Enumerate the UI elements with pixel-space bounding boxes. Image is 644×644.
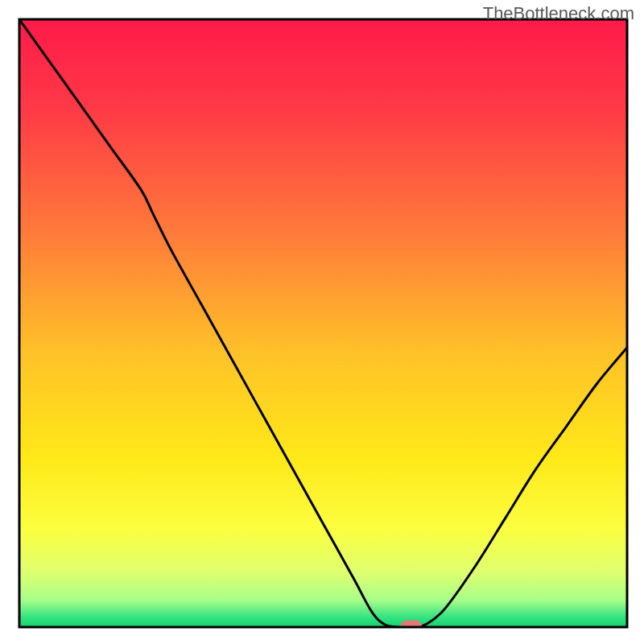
bottleneck-chart: TheBottleneck.com [0,0,644,644]
watermark-text: TheBottleneck.com [483,3,634,24]
chart-svg [0,0,644,644]
optimal-marker [401,620,422,631]
gradient-background [19,19,627,627]
